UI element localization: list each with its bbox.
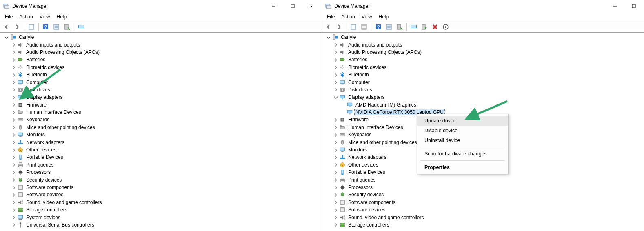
minimize-button[interactable]	[606, 0, 624, 12]
expand-toggle[interactable]	[11, 42, 16, 48]
expand-toggle[interactable]	[11, 169, 16, 175]
tree-category[interactable]: Mice and other pointing devices	[1, 124, 322, 131]
tree-category[interactable]: Human Interface Devices	[1, 109, 322, 116]
tree-category[interactable]: Print queues	[323, 176, 644, 183]
tree-category[interactable]: Software devices	[323, 206, 644, 213]
expand-toggle[interactable]	[11, 109, 16, 115]
tree-category[interactable]: Firmware	[1, 101, 322, 109]
menu-action[interactable]: Action	[338, 13, 358, 20]
toolbar-uninstall-arrow-button[interactable]	[441, 22, 451, 31]
tree-category[interactable]: Disk drives	[1, 86, 322, 93]
context-menu-item[interactable]: Update driver	[417, 116, 508, 126]
context-menu-item[interactable]: Disable device	[417, 126, 508, 135]
expand-toggle[interactable]	[11, 132, 16, 138]
tree-category[interactable]: ?Other devices	[1, 146, 322, 153]
toolbar-help-button[interactable]: ?	[373, 22, 383, 31]
expand-toggle[interactable]	[333, 72, 338, 78]
expand-toggle[interactable]	[333, 49, 338, 55]
expand-toggle[interactable]	[333, 200, 338, 205]
tree-category[interactable]: System devices	[1, 213, 322, 221]
tree-category[interactable]: Bluetooth	[323, 71, 644, 78]
toolbar-enable-button[interactable]	[420, 22, 429, 31]
tree-category[interactable]: Storage controllers	[323, 221, 644, 229]
tree-category[interactable]: Monitors	[1, 131, 322, 138]
tree-category[interactable]: Portable Devices	[1, 153, 322, 161]
expand-toggle[interactable]	[11, 162, 16, 168]
tree-category[interactable]: Batteries	[323, 56, 644, 63]
expand-toggle[interactable]	[333, 162, 338, 168]
toolbar-properties-button[interactable]	[51, 22, 61, 31]
tree-category[interactable]: Security devices	[323, 191, 644, 198]
tree-category[interactable]: Bluetooth	[1, 71, 322, 78]
tree-category[interactable]: Audio Processing Objects (APOs)	[1, 49, 322, 56]
tree-root[interactable]: Carlyle	[1, 33, 322, 41]
toolbar-forward-button[interactable]	[12, 22, 22, 31]
menu-file[interactable]: File	[324, 13, 338, 20]
tree-category[interactable]: Display adapters	[323, 93, 644, 101]
expand-toggle[interactable]	[333, 177, 338, 183]
device-tree[interactable]: CarlyleAudio inputs and outputsAudio Pro…	[0, 33, 322, 231]
toolbar-properties2-button[interactable]	[359, 22, 369, 31]
expand-toggle[interactable]	[333, 64, 338, 70]
tree-category[interactable]: Batteries	[1, 56, 322, 63]
tree-category[interactable]: Print queues	[1, 161, 322, 169]
context-menu-item[interactable]: Scan for hardware changes	[417, 149, 508, 159]
tree-category[interactable]: Sound, video and game controllers	[323, 213, 644, 221]
toolbar-back-button[interactable]	[324, 22, 333, 31]
expand-toggle[interactable]	[333, 132, 338, 138]
context-menu-item[interactable]: Uninstall device	[417, 135, 508, 145]
expand-toggle[interactable]	[333, 124, 338, 130]
expand-toggle[interactable]	[11, 215, 16, 220]
menu-view[interactable]: View	[36, 13, 53, 20]
tree-category[interactable]: Software components	[323, 199, 644, 206]
expand-toggle[interactable]	[333, 140, 338, 145]
expand-toggle[interactable]	[11, 184, 16, 190]
expand-toggle[interactable]	[11, 57, 16, 62]
tree-root[interactable]: Carlyle	[323, 33, 644, 41]
expand-toggle[interactable]	[11, 140, 16, 145]
expand-toggle[interactable]	[333, 80, 338, 85]
tree-category[interactable]: Computer	[1, 78, 322, 86]
titlebar[interactable]: Device Manager	[322, 0, 644, 12]
toolbar-scan-button[interactable]	[62, 22, 72, 31]
tree-category[interactable]: Computer	[323, 78, 644, 86]
tree-category[interactable]: Processors	[1, 169, 322, 176]
expand-toggle[interactable]	[3, 34, 9, 40]
expand-toggle[interactable]	[333, 117, 338, 122]
expand-toggle[interactable]	[333, 147, 338, 153]
expand-toggle[interactable]	[11, 64, 16, 70]
expand-toggle[interactable]	[11, 147, 16, 153]
expand-toggle[interactable]	[11, 207, 16, 213]
tree-category[interactable]: Audio Processing Objects (APOs)	[323, 49, 644, 56]
expand-toggle[interactable]	[333, 222, 338, 228]
minimize-button[interactable]	[264, 0, 283, 12]
expand-toggle[interactable]	[333, 184, 338, 190]
expand-toggle[interactable]	[325, 34, 331, 40]
tree-category[interactable]: Disk drives	[323, 86, 644, 93]
expand-toggle[interactable]	[333, 192, 338, 198]
expand-toggle[interactable]	[11, 49, 16, 55]
expand-toggle[interactable]	[333, 154, 338, 160]
toolbar-show-hidden-button[interactable]	[349, 22, 358, 31]
titlebar[interactable]: Device Manager	[0, 0, 322, 12]
expand-toggle[interactable]	[11, 72, 16, 78]
menu-help[interactable]: Help	[53, 13, 70, 20]
tree-category[interactable]: Audio inputs and outputs	[323, 41, 644, 48]
menu-view[interactable]: View	[358, 13, 375, 20]
tree-category[interactable]: Security devices	[1, 176, 322, 183]
expand-toggle[interactable]	[11, 117, 16, 122]
expand-toggle[interactable]	[11, 200, 16, 205]
tree-category[interactable]: Universal Serial Bus controllers	[1, 221, 322, 229]
tree-category[interactable]: Keyboards	[1, 116, 322, 123]
expand-toggle[interactable]	[333, 87, 338, 93]
tree-category[interactable]: Network adapters	[1, 138, 322, 146]
toolbar-show-hidden-button[interactable]	[27, 22, 36, 31]
expand-toggle[interactable]	[11, 222, 16, 228]
tree-category[interactable]: Biometric devices	[1, 64, 322, 71]
expand-toggle[interactable]	[11, 102, 16, 108]
expand-toggle[interactable]	[11, 124, 16, 130]
tree-category[interactable]: Storage controllers	[1, 206, 322, 213]
toolbar-computer-button[interactable]	[76, 22, 86, 31]
tree-device[interactable]: AMD Radeon(TM) Graphics	[323, 101, 644, 109]
menu-file[interactable]: File	[2, 13, 16, 20]
